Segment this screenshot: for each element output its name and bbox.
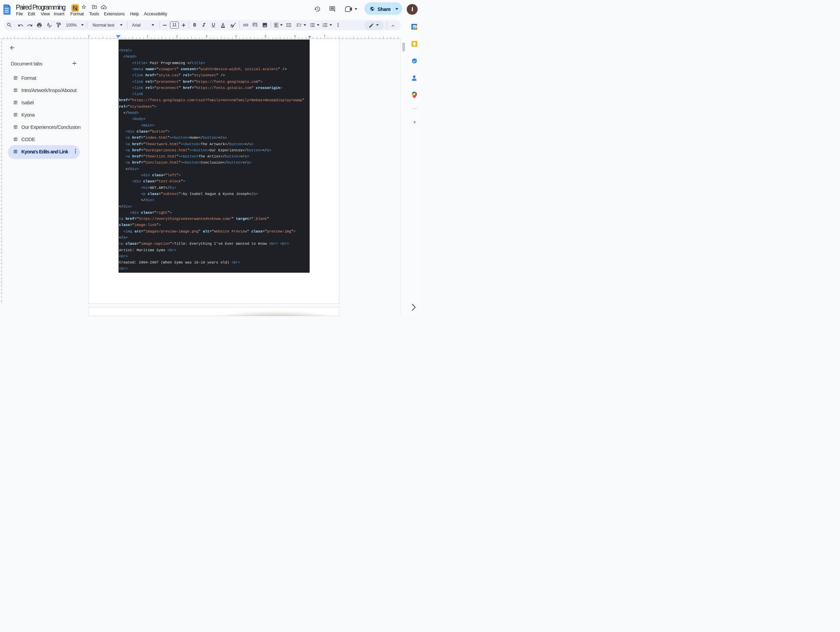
svg-text:31: 31 — [413, 25, 416, 28]
